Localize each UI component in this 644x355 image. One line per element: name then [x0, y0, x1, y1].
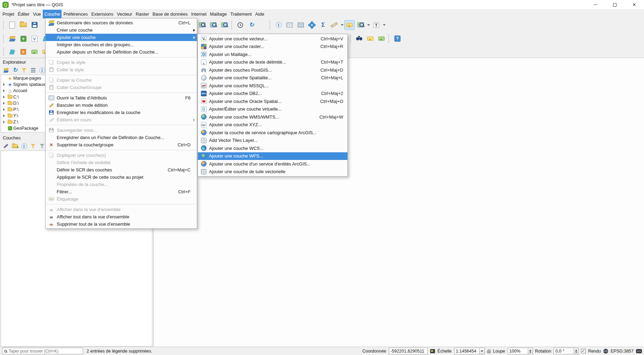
properties-widget-button[interactable] [38, 66, 46, 74]
metasearch-button[interactable] [354, 34, 364, 43]
layer-labeling-button[interactable] [365, 34, 376, 43]
add-group-button[interactable] [11, 142, 19, 150]
text-annotation-button[interactable] [371, 20, 381, 30]
menu-preferences[interactable]: Préférences [62, 10, 89, 18]
toolbar-handle[interactable] [3, 34, 5, 43]
temporal-controller-button[interactable] [235, 20, 245, 30]
menu-item-add-arcgis-mapservice-layer[interactable]: Ajouter la couche de service cartographi… [198, 129, 347, 137]
filter-legend-button[interactable] [29, 142, 37, 150]
add-selected-layers-button[interactable] [2, 66, 10, 74]
manage-map-themes-button[interactable] [20, 142, 28, 150]
map-annotation-button[interactable] [29, 47, 40, 57]
menu-item-set-layer-crs[interactable]: Définir le SCR des couches Ctrl+Maj+C [46, 166, 197, 174]
toolbar-handle[interactable] [388, 34, 391, 43]
zoom-to-bookmark-button[interactable] [355, 20, 366, 30]
filter-by-expression-button[interactable] [38, 142, 46, 150]
scale-lock-icon[interactable] [487, 350, 491, 353]
filter-browser-button[interactable] [20, 66, 28, 74]
close-button[interactable]: × [625, 0, 644, 9]
menu-internet[interactable]: Internet [190, 10, 208, 18]
menu-item-add-spatialite-layer[interactable]: Ajouter une couche Spatialite... Ctrl+Ma… [198, 74, 347, 82]
new-geopackage-layer-button[interactable] [18, 34, 29, 43]
identify-features-button[interactable] [273, 20, 284, 30]
rotation-spinbox[interactable] [554, 348, 579, 354]
rotation-input[interactable] [554, 348, 574, 354]
menu-item-add-raster-layer[interactable]: Ajouter une couche raster... Ctrl+Maj+R [198, 43, 347, 51]
expander-icon[interactable] [3, 108, 5, 111]
spin-up-icon[interactable] [575, 348, 577, 351]
maximize-button[interactable] [605, 0, 625, 9]
measure-dropdown[interactable] [340, 20, 344, 30]
menu-item-add-vector-tile-layer[interactable]: Ajouter une couche de tuile vectorielle [198, 168, 347, 176]
menu-item-add-vector-layer[interactable]: Ajouter une couche vecteur... Ctrl+Maj+V [198, 35, 347, 43]
menu-item-toggle-editing[interactable]: Basculer en mode édition [46, 102, 197, 109]
menu-item-save-layer-edits[interactable]: Enregistrer les modifications de la couc… [46, 109, 197, 116]
menu-item-hide-all-from-overview[interactable]: Supprimer tout de la vue d'ensemble [46, 220, 197, 228]
menu-item-add-mesh-layer[interactable]: Ajouter un Maillage... [198, 50, 347, 58]
menu-traitement[interactable]: Traitement [228, 10, 253, 18]
menu-aide[interactable]: Aide [253, 10, 266, 18]
menu-item-add-oracle-layer[interactable]: Ajouter une couche Oracle Spatial... Ctr… [198, 97, 347, 105]
processing-toolbox-button[interactable] [307, 20, 317, 30]
menu-item-add-wfs-layer[interactable]: Ajouter une couche WFS... [198, 152, 347, 160]
zoom-last-button[interactable] [208, 20, 218, 30]
menu-item-add-wms-layer[interactable]: Ajouter une couche WMS/WMTS... Ctrl+Maj+… [198, 113, 347, 121]
menu-base-de-donnees[interactable]: Base de données [151, 10, 189, 18]
magnifier-spinbox[interactable] [508, 348, 533, 354]
open-attribute-table-button[interactable] [284, 20, 295, 30]
messages-bubble-icon[interactable] [636, 349, 642, 353]
quick-search-input[interactable] [9, 349, 81, 354]
expander-icon[interactable] [3, 121, 5, 123]
menu-item-add-xyz-layer[interactable]: Ajouter une couche XYZ... [198, 121, 347, 129]
magnifier-input[interactable] [508, 348, 528, 354]
open-project-button[interactable] [18, 20, 29, 30]
map-tips-button[interactable] [344, 20, 355, 30]
scale-input[interactable] [454, 348, 479, 354]
toolbar-handle[interactable] [269, 21, 272, 29]
toolbar-handle[interactable] [231, 21, 233, 29]
menu-item-set-project-crs-from-layer[interactable]: Appliquer le SCR de cette couche au proj… [46, 174, 197, 181]
new-shapefile-layer-button[interactable] [29, 34, 40, 43]
menu-item-save-as-definition-file[interactable]: Enregistrer dans un Fichier de Définitio… [46, 134, 197, 141]
menu-item-add-layer[interactable]: Ajouter une couche [46, 34, 197, 41]
toolbar-handle[interactable] [350, 34, 352, 43]
menu-item-add-delimited-text-layer[interactable]: Ajouter une couche de texte délimité... … [198, 58, 347, 66]
new-project-button[interactable] [7, 20, 17, 30]
menu-item-filter[interactable]: Filtrer... Ctrl+F [46, 188, 197, 195]
menu-maillage[interactable]: Maillage [208, 10, 228, 18]
menu-editer[interactable]: Éditer [16, 10, 31, 18]
browser-refresh-button[interactable] [11, 66, 19, 74]
menu-vecteur[interactable]: Vecteur [115, 10, 134, 18]
menu-item-add-virtual-layer[interactable]: Ajouter/Éditer une couche virtuelle... [198, 105, 347, 113]
menu-item-open-attribute-table[interactable]: Ouvrir la Table d'Attributs F6 [46, 94, 197, 102]
menu-raster[interactable]: Raster [134, 10, 151, 18]
select-features-button[interactable] [7, 47, 17, 57]
expander-icon[interactable] [3, 114, 5, 117]
annotation-dropdown[interactable] [382, 20, 386, 30]
menu-item-add-arcgis-featureservice-layer[interactable]: Ajouter une couche d'un service d'entité… [198, 160, 347, 168]
crs-globe-icon[interactable] [603, 349, 608, 354]
new-3d-map-view-button[interactable] [18, 47, 29, 57]
menu-projet[interactable]: Projet [1, 10, 16, 18]
layer-diagrams-button[interactable] [376, 34, 387, 43]
menu-item-data-source-manager[interactable]: Gestionnaire des sources de données Ctrl… [46, 19, 197, 26]
expander-icon[interactable] [3, 83, 5, 86]
menu-item-add-mssql-layer[interactable]: Ajouter une couche MSSQL... [198, 82, 347, 90]
spin-down-icon[interactable] [575, 352, 577, 354]
menu-item-add-db2-layer[interactable]: Ajouter une couche DB2... Ctrl+Maj+2 [198, 90, 347, 98]
menu-item-embed-layers[interactable]: Intégrer des couches et des groupes... [46, 41, 197, 48]
zoom-next-button[interactable] [219, 20, 230, 30]
field-calculator-button[interactable] [296, 20, 306, 30]
render-checkbox[interactable] [581, 349, 586, 353]
menu-item-add-vector-tiles-layer[interactable]: Add Vector Tiles Layer... [198, 137, 347, 145]
menu-item-add-from-definition-file[interactable]: Ajouter depuis un fichier de Définition … [46, 48, 197, 56]
help-button[interactable] [392, 34, 403, 43]
menu-vue[interactable]: Vue [31, 10, 43, 18]
zoom-in-map-button[interactable] [197, 20, 207, 30]
open-layer-styling-button[interactable] [2, 142, 10, 150]
spin-up-icon[interactable] [529, 348, 531, 351]
menu-item-add-wcs-layer[interactable]: Ajouter une couche WCS... [198, 144, 347, 152]
minimize-button[interactable] [586, 0, 605, 9]
measure-line-button[interactable] [329, 20, 339, 30]
menu-item-add-postgis-layers[interactable]: Ajouter des couches PostGIS... Ctrl+Maj+… [198, 66, 347, 74]
